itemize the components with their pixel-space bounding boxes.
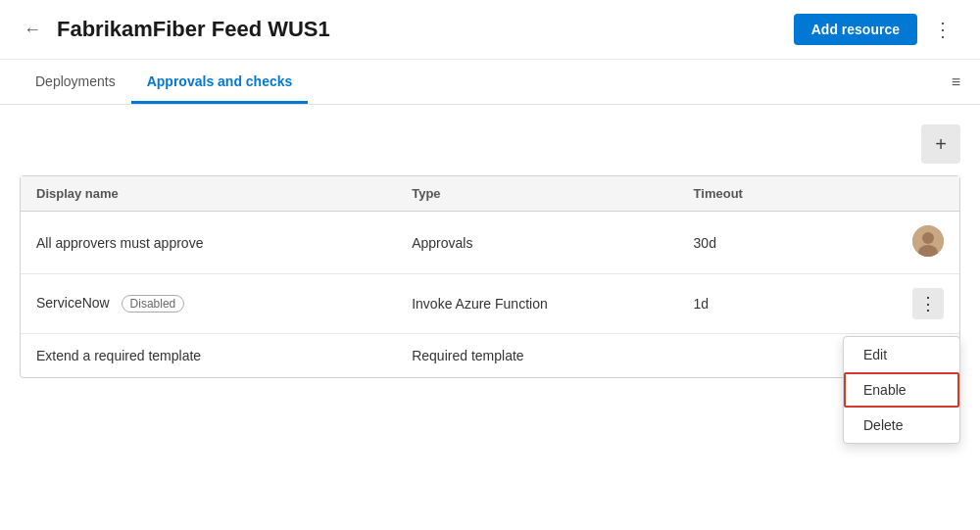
header-left: ← FabrikamFiber Feed WUS1 xyxy=(20,17,330,42)
row1-type: Approvals xyxy=(396,212,677,274)
col-header-action xyxy=(865,176,959,212)
table-container: Display name Type Timeout All approvers … xyxy=(20,175,960,378)
row2-display-name: ServiceNow Disabled xyxy=(21,274,396,334)
add-check-button[interactable]: + xyxy=(921,124,960,164)
tabs-bar: Deployments Approvals and checks ≡ xyxy=(0,60,980,105)
page-title: FabrikamFiber Feed WUS1 xyxy=(57,17,330,42)
row2-more-button[interactable]: ⋮ xyxy=(912,288,944,319)
table-header-row: Display name Type Timeout xyxy=(21,176,959,212)
col-header-display-name: Display name xyxy=(21,176,396,212)
menu-item-edit[interactable]: Edit xyxy=(844,337,959,372)
row2-timeout: 1d xyxy=(678,274,866,334)
header-right: Add resource ⋮ xyxy=(794,14,960,45)
menu-item-enable[interactable]: Enable xyxy=(844,372,959,408)
context-menu: Edit Enable Delete xyxy=(843,336,960,444)
header: ← FabrikamFiber Feed WUS1 Add resource ⋮ xyxy=(0,0,980,60)
table-row: Extend a required template Required temp… xyxy=(21,334,959,378)
filter-button[interactable]: ≡ xyxy=(952,73,960,91)
row1-display-name: All approvers must approve xyxy=(21,212,396,274)
row1-action xyxy=(865,212,959,274)
add-resource-button[interactable]: Add resource xyxy=(794,14,917,45)
table-row: All approvers must approve Approvals 30d xyxy=(21,212,959,274)
tab-approvals-and-checks[interactable]: Approvals and checks xyxy=(131,60,309,104)
disabled-badge: Disabled xyxy=(122,295,185,313)
row1-timeout: 30d xyxy=(678,212,866,274)
row2-name-text: ServiceNow xyxy=(36,295,110,311)
more-options-button[interactable]: ⋮ xyxy=(925,16,960,43)
col-header-timeout: Timeout xyxy=(678,176,866,212)
table-row: ServiceNow Disabled Invoke Azure Functio… xyxy=(21,274,959,334)
content: + Display name Type Timeout All approver… xyxy=(0,105,980,378)
svg-point-1 xyxy=(922,232,934,244)
col-header-type: Type xyxy=(396,176,677,212)
avatar-image xyxy=(912,225,944,257)
back-button[interactable]: ← xyxy=(20,17,45,42)
row3-type: Required template xyxy=(396,334,677,378)
row2-action: ⋮ xyxy=(865,274,959,334)
menu-item-delete[interactable]: Delete xyxy=(844,408,959,443)
tabs: Deployments Approvals and checks xyxy=(20,60,308,104)
row2-type: Invoke Azure Function xyxy=(396,274,677,334)
plus-btn-container: + xyxy=(20,124,960,164)
page: ← FabrikamFiber Feed WUS1 Add resource ⋮… xyxy=(0,0,980,530)
row3-display-name: Extend a required template xyxy=(21,334,396,378)
tab-deployments[interactable]: Deployments xyxy=(20,60,131,104)
checks-table: Display name Type Timeout All approvers … xyxy=(21,176,959,377)
row3-timeout xyxy=(678,334,866,378)
avatar xyxy=(912,225,944,257)
